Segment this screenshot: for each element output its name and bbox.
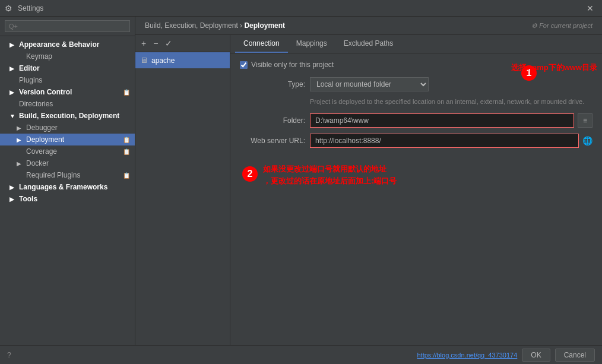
server-name: apache xyxy=(151,56,175,65)
sidebar-item-label: Coverage xyxy=(26,147,57,156)
coverage-icon: 📋 xyxy=(123,148,130,155)
req-plugins-icon: 📋 xyxy=(123,172,130,179)
bottom-bar: ? https://blog.csdn.net/qq_43730174 OK C… xyxy=(0,345,602,364)
tab-bar: Connection Mappings Excluded Paths xyxy=(230,35,602,53)
type-select[interactable]: Local or mounted folder xyxy=(310,77,429,91)
annotation-2-badge: 2 xyxy=(242,166,258,182)
web-server-url-row: Web server URL: 🌐 xyxy=(240,134,593,148)
main-content: ▶ Appearance & Behavior Keymap ▶ Editor … xyxy=(0,17,602,345)
right-body: + − ✓ 🖥 apache Connection Mappings Exclu… xyxy=(135,35,602,345)
sidebar-item-label: Required Plugins xyxy=(26,171,80,179)
deployment-icon: 📋 xyxy=(123,137,130,143)
settings-window: ⚙ Settings ✕ ▶ Appearance & Behavior Key… xyxy=(0,0,602,364)
close-button[interactable]: ✕ xyxy=(583,2,597,14)
sidebar-item-label: Debugger xyxy=(26,124,58,132)
sidebar-item-label: Deployment xyxy=(26,135,64,144)
web-server-url-input[interactable] xyxy=(310,134,579,148)
web-server-label: Web server URL: xyxy=(240,137,305,145)
browse-button[interactable]: ≡ xyxy=(578,113,593,128)
globe-icon: 🌐 xyxy=(582,136,593,145)
breadcrumb: Build, Execution, Deployment › Deploymen… xyxy=(145,21,285,30)
server-icon: 🖥 xyxy=(140,56,148,65)
type-description: Project is deployed to the specified loc… xyxy=(310,97,593,106)
sidebar-item-docker[interactable]: ▶ Docker xyxy=(0,157,135,169)
sidebar-item-languages-frameworks[interactable]: ▶ Languages & Frameworks xyxy=(0,181,135,193)
remove-server-button[interactable]: − xyxy=(151,37,160,49)
sidebar-item-coverage[interactable]: Coverage 📋 xyxy=(0,145,135,157)
server-toolbar: + − ✓ xyxy=(135,35,230,52)
sidebar-item-plugins[interactable]: Plugins xyxy=(0,74,135,86)
server-entry-apache[interactable]: 🖥 apache xyxy=(135,52,230,68)
tab-excluded-paths[interactable]: Excluded Paths xyxy=(335,35,401,53)
sidebar-item-version-control[interactable]: ▶ Version Control 📋 xyxy=(0,86,135,98)
check-button[interactable]: ✓ xyxy=(163,37,175,49)
sidebar-item-build-exec-deploy[interactable]: ▼ Build, Execution, Deployment xyxy=(0,110,135,122)
right-panel: Build, Execution, Deployment › Deploymen… xyxy=(135,17,602,345)
bottom-right: https://blog.csdn.net/qq_43730174 OK Can… xyxy=(417,349,595,362)
folder-row: Folder: ≡ xyxy=(240,113,593,128)
visible-only-row: Visible only for this project xyxy=(240,61,593,69)
folder-input[interactable] xyxy=(310,113,574,128)
sidebar-item-appearance[interactable]: ▶ Appearance & Behavior xyxy=(0,39,135,50)
visible-only-checkbox[interactable] xyxy=(240,61,248,69)
window-title: Settings xyxy=(18,4,43,12)
sidebar-item-label: Build, Execution, Deployment xyxy=(19,112,119,120)
sidebar-item-tools[interactable]: ▶ Tools xyxy=(0,193,135,205)
sidebar-tree: ▶ Appearance & Behavior Keymap ▶ Editor … xyxy=(0,36,135,345)
help-button[interactable]: ? xyxy=(7,351,11,359)
bottom-link[interactable]: https://blog.csdn.net/qq_43730174 xyxy=(417,352,517,359)
sidebar-item-deployment[interactable]: ▶ Deployment 📋 xyxy=(0,134,135,145)
right-header: Build, Execution, Deployment › Deploymen… xyxy=(135,17,602,35)
cancel-button[interactable]: Cancel xyxy=(555,349,595,362)
type-row: Type: Local or mounted folder xyxy=(240,77,593,91)
sidebar-item-label: Languages & Frameworks xyxy=(19,183,107,191)
sidebar-item-directories[interactable]: Directories xyxy=(0,98,135,110)
config-content: Visible only for this project Type: Loca… xyxy=(230,53,602,345)
config-panel: Connection Mappings Excluded Paths Visib… xyxy=(230,35,602,345)
sidebar-item-label: Directories xyxy=(19,100,53,108)
ok-button[interactable]: OK xyxy=(522,349,550,362)
arrow-icon: ▶ xyxy=(9,42,17,48)
sidebar-item-label: Version Control xyxy=(19,88,72,96)
sidebar-item-label: Editor xyxy=(19,64,40,72)
sidebar-item-keymap[interactable]: Keymap xyxy=(0,50,135,62)
search-bar xyxy=(0,17,135,36)
sidebar-item-required-plugins[interactable]: Required Plugins 📋 xyxy=(0,169,135,181)
type-label: Type: xyxy=(240,80,305,88)
sidebar: ▶ Appearance & Behavior Keymap ▶ Editor … xyxy=(0,17,135,345)
tab-connection[interactable]: Connection xyxy=(235,35,288,53)
sidebar-item-label: Tools xyxy=(19,195,37,203)
sidebar-item-debugger[interactable]: ▶ Debugger xyxy=(0,122,135,134)
sidebar-item-label: Docker xyxy=(26,159,49,167)
sidebar-item-editor[interactable]: ▶ Editor xyxy=(0,62,135,74)
tab-mappings[interactable]: Mappings xyxy=(288,35,335,53)
folder-label: Folder: xyxy=(240,116,305,125)
annotation-text-2: 如果没更改过端口号就用默认的地址 ，更改过的话在原地址后面加上:端口号 xyxy=(263,163,397,186)
search-input[interactable] xyxy=(5,20,130,32)
server-list: + − ✓ 🖥 apache xyxy=(135,35,230,345)
add-server-button[interactable]: + xyxy=(139,37,148,49)
project-badge: ⚙ For current project xyxy=(531,22,593,30)
sidebar-item-label: Keymap xyxy=(26,52,52,61)
sidebar-item-label: Plugins xyxy=(19,76,42,84)
app-icon: ⚙ xyxy=(5,4,14,13)
titlebar: ⚙ Settings ✕ xyxy=(0,0,602,17)
visible-only-label: Visible only for this project xyxy=(251,61,334,69)
sidebar-item-label: Appearance & Behavior xyxy=(19,40,99,49)
vcs-icon: 📋 xyxy=(123,89,130,96)
